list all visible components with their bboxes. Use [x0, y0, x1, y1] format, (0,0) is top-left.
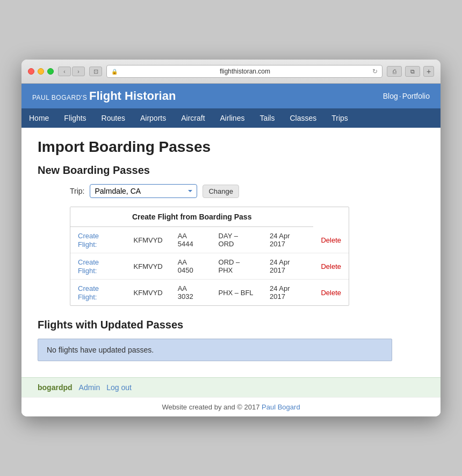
create-flight-cell: Create Flight:	[70, 227, 126, 253]
nav-airlines[interactable]: Airlines	[213, 108, 252, 128]
route-cell: ORD – PHX	[211, 253, 262, 280]
maximize-button[interactable]	[47, 68, 54, 75]
date-cell: 24 Apr 2017	[262, 227, 313, 253]
back-button[interactable]: ‹	[58, 67, 71, 76]
sep: ·	[399, 92, 401, 100]
browser-actions: ⎙ ⧉ +	[387, 66, 434, 77]
footer-username: bogardpd	[38, 383, 73, 392]
author-link[interactable]: Paul Bogard	[262, 403, 300, 411]
delete-cell: Delete	[313, 227, 349, 253]
nav-aircraft[interactable]: Aircraft	[174, 108, 212, 128]
lock-icon: 🔒	[111, 69, 118, 75]
site-header: PAUL BOGARD'S Flight Historian Blog·Port…	[21, 84, 441, 108]
nav-tails[interactable]: Tails	[252, 108, 282, 128]
date-cell: 24 Apr 2017	[262, 253, 313, 280]
forward-button[interactable]: ›	[72, 67, 85, 76]
create-flight-link[interactable]: Create Flight:	[78, 284, 99, 301]
flight-cell: AA 5444	[170, 227, 211, 253]
tail-cell: KFMVYD	[126, 280, 170, 306]
page-content: Import Boarding Passes New Boarding Pass…	[21, 128, 441, 377]
copyright-text: Website created by and © 2017	[162, 403, 262, 411]
brand-small-text: PAUL BOGARD'S	[32, 94, 87, 101]
change-button[interactable]: Change	[203, 185, 239, 198]
delete-link[interactable]: Delete	[321, 262, 341, 270]
boarding-passes-table: Create Flight from Boarding Pass Create …	[70, 207, 349, 305]
date-cell: 24 Apr 2017	[262, 280, 313, 306]
close-button[interactable]	[28, 68, 34, 75]
tail-cell: KFMVYD	[126, 253, 170, 280]
boarding-passes-table-container: Create Flight from Boarding Pass Create …	[70, 207, 349, 306]
nav-trips[interactable]: Trips	[324, 108, 356, 128]
footer-bar: bogardpd Admin Log out	[21, 377, 441, 397]
boarding-pass-row: Create Flight: KFMVYD AA 3032 PHX – BFL …	[70, 280, 349, 306]
delete-link[interactable]: Delete	[321, 236, 341, 244]
browser-window: ‹ › ⊡ 🔒 flighthistoran.com ↻ ⎙ ⧉ + PAUL …	[21, 60, 441, 416]
nav-classes[interactable]: Classes	[282, 108, 324, 128]
delete-cell: Delete	[313, 280, 349, 306]
brand-large-text: Flight Historian	[89, 89, 176, 102]
nav-routes[interactable]: Routes	[94, 108, 133, 128]
blog-link[interactable]: Blog	[383, 92, 398, 100]
browser-toolbar: ‹ › ⊡ 🔒 flighthistoran.com ↻ ⎙ ⧉ +	[21, 60, 441, 84]
flight-cell: AA 3032	[170, 280, 211, 306]
main-nav: Home Flights Routes Airports Aircraft Ai…	[21, 108, 441, 128]
flight-cell: AA 0450	[170, 253, 211, 280]
no-flights-text: No flights have updated passes.	[47, 346, 154, 354]
nav-buttons: ‹ ›	[58, 67, 85, 76]
delete-cell: Delete	[313, 253, 349, 280]
boarding-pass-row: Create Flight: KFMVYD AA 5444 DAY – ORD …	[70, 227, 349, 253]
tab-view-button[interactable]: ⊡	[89, 67, 102, 76]
delete-link[interactable]: Delete	[321, 289, 341, 297]
nav-home[interactable]: Home	[21, 108, 56, 128]
url-text: flighthistoran.com	[120, 68, 370, 75]
share-button[interactable]: ⎙	[387, 66, 402, 77]
create-flight-link[interactable]: Create Flight:	[78, 232, 99, 248]
traffic-lights	[28, 68, 54, 75]
no-flights-message: No flights have updated passes.	[38, 339, 392, 361]
boarding-pass-row: Create Flight: KFMVYD AA 0450 ORD – PHX …	[70, 253, 349, 280]
footer-copyright: Website created by and © 2017 Paul Bogar…	[21, 397, 441, 416]
route-cell: DAY – ORD	[211, 227, 262, 253]
create-flight-link[interactable]: Create Flight:	[78, 258, 99, 275]
site-brand: PAUL BOGARD'S Flight Historian	[32, 89, 176, 103]
tail-cell: KFMVYD	[126, 227, 170, 253]
new-tab-button[interactable]: +	[423, 66, 434, 77]
site-wrapper: PAUL BOGARD'S Flight Historian Blog·Port…	[21, 84, 441, 416]
new-passes-section-title: New Boarding Passes	[38, 164, 424, 177]
minimize-button[interactable]	[38, 68, 44, 75]
reload-button[interactable]: ↻	[372, 68, 378, 75]
portfolio-link[interactable]: Portfolio	[402, 92, 430, 100]
trip-selector: Trip: Palmdale, CA Change	[70, 184, 424, 198]
tabs-button[interactable]: ⧉	[405, 66, 420, 77]
updated-passes-section-title: Flights with Updated Passes	[38, 319, 424, 331]
page-title: Import Boarding Passes	[38, 138, 424, 156]
trip-select[interactable]: Palmdale, CA	[90, 184, 197, 198]
trip-label: Trip:	[70, 187, 84, 195]
table-header: Create Flight from Boarding Pass	[70, 207, 313, 227]
address-bar[interactable]: 🔒 flighthistoran.com ↻	[106, 65, 382, 78]
logout-link[interactable]: Log out	[106, 383, 132, 392]
route-cell: PHX – BFL	[211, 280, 262, 306]
nav-flights[interactable]: Flights	[56, 108, 93, 128]
header-links: Blog·Portfolio	[383, 92, 430, 100]
create-flight-cell: Create Flight:	[70, 280, 126, 306]
create-flight-cell: Create Flight:	[70, 253, 126, 280]
admin-link[interactable]: Admin	[79, 383, 100, 392]
nav-airports[interactable]: Airports	[133, 108, 174, 128]
